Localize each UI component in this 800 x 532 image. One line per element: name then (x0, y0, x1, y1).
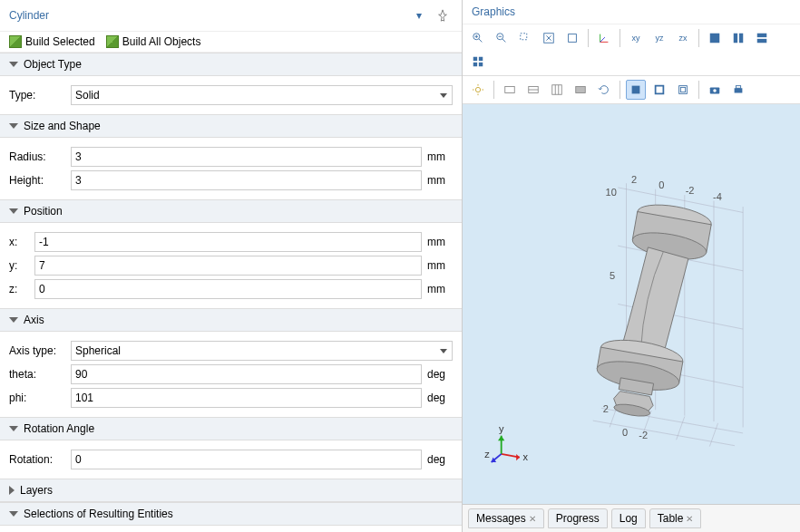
svg-rect-21 (479, 63, 483, 66)
section-size-shape[interactable]: Size and Shape (0, 114, 462, 138)
y-label: y: (9, 259, 29, 272)
svg-rect-7 (521, 34, 527, 40)
section-label: Object Type (24, 58, 82, 71)
zoom-in-icon[interactable] (468, 28, 488, 48)
section-label: Layers (20, 484, 53, 497)
svg-marker-67 (516, 454, 520, 460)
chevron-down-icon (9, 208, 18, 214)
svg-line-55 (677, 417, 685, 440)
build-selected-button[interactable]: Build Selected (9, 35, 95, 48)
view-zx-icon[interactable]: zx (673, 28, 693, 48)
section-selections[interactable]: Selections of Resulting Entities (0, 502, 462, 526)
zoom-selected-icon[interactable] (562, 28, 582, 48)
radius-input[interactable] (71, 147, 422, 167)
axis-y: y (499, 423, 504, 434)
z-input[interactable] (34, 279, 422, 299)
cube-icon (9, 35, 22, 48)
select-object-icon[interactable] (626, 80, 646, 100)
graphics-viewport[interactable]: 2 0 -2 -4 10 5 0 2 0 -2 (463, 104, 800, 504)
chevron-down-icon (9, 317, 18, 323)
close-icon[interactable]: ✕ (529, 514, 536, 524)
print-icon[interactable] (728, 80, 748, 100)
unit-deg: deg (427, 392, 453, 404)
window-1-icon[interactable] (705, 28, 725, 48)
toolbar-separator (698, 29, 699, 47)
unit-deg: deg (427, 453, 453, 466)
scene-light-icon[interactable] (468, 80, 488, 100)
svg-rect-20 (473, 63, 477, 66)
view-xy-icon[interactable]: xy (626, 28, 646, 48)
window-4-icon[interactable] (468, 52, 488, 72)
axis-triad-icon[interactable] (594, 28, 614, 48)
y-input[interactable] (34, 256, 422, 276)
section-position[interactable]: Position (0, 199, 462, 223)
tab-messages[interactable]: Messages✕ (468, 508, 544, 528)
refresh-icon[interactable] (594, 80, 614, 100)
height-input[interactable] (71, 170, 422, 190)
axis-z: z (484, 449, 490, 459)
rotation-input[interactable] (71, 450, 422, 469)
zoom-extents-icon[interactable] (539, 28, 559, 48)
hide-icon[interactable] (571, 80, 590, 100)
unit-mm: mm (427, 283, 453, 295)
section-label: Selections of Resulting Entities (24, 508, 173, 520)
view-yz-icon[interactable]: yz (649, 28, 669, 48)
theta-input[interactable] (71, 364, 422, 384)
svg-line-1 (479, 39, 483, 43)
graphics-toolbar-2 (463, 76, 800, 104)
tick: 0 (622, 427, 628, 438)
svg-line-51 (593, 421, 735, 446)
toolbar-separator (698, 81, 699, 99)
section-object-type[interactable]: Object Type (0, 53, 462, 76)
select-edge-icon[interactable] (673, 80, 693, 100)
toolbar-separator (588, 29, 589, 47)
transparency-icon[interactable] (500, 80, 520, 100)
x-input[interactable] (34, 232, 422, 252)
chevron-right-icon (9, 486, 15, 495)
zoom-box-icon[interactable] (515, 28, 535, 48)
rotation-label: Rotation: (9, 453, 65, 466)
unit-mm: mm (427, 174, 453, 187)
section-label: Size and Shape (24, 120, 101, 132)
type-select[interactable]: Solid (71, 85, 453, 105)
axis-type-select[interactable]: Spherical (71, 341, 453, 361)
window-2-icon[interactable] (728, 28, 748, 48)
select-boundary-icon[interactable] (649, 80, 669, 100)
section-axis[interactable]: Axis (0, 308, 462, 332)
height-label: Height: (9, 174, 65, 187)
section-layers[interactable]: Layers (0, 479, 462, 502)
section-rotation-angle[interactable]: Rotation Angle (0, 417, 462, 440)
svg-line-5 (502, 39, 506, 43)
bottom-tabs: Messages✕ Progress Log Table✕ (463, 504, 800, 532)
chevron-down-icon (9, 62, 18, 67)
tab-log[interactable]: Log (611, 508, 646, 528)
panel-pin-icon[interactable] (433, 5, 453, 25)
graphics-panel: Graphics xy yz zx (463, 0, 800, 532)
svg-rect-16 (757, 34, 767, 37)
svg-line-12 (600, 37, 605, 42)
camera-icon[interactable] (705, 80, 725, 100)
phi-input[interactable] (71, 388, 422, 408)
tab-progress[interactable]: Progress (548, 508, 608, 528)
toolbar-separator (620, 81, 620, 99)
tick: -2 (686, 185, 695, 196)
wireframe-icon[interactable] (523, 80, 543, 100)
tick: 2 (631, 174, 637, 185)
size-shape-form: Radius: mm Height: mm (0, 138, 462, 199)
tick: 0 (659, 179, 664, 190)
window-3-icon[interactable] (752, 28, 772, 48)
svg-rect-34 (632, 86, 640, 94)
build-all-button[interactable]: Build All Objects (106, 35, 201, 48)
svg-rect-27 (505, 87, 515, 93)
tick: 10 (606, 187, 617, 198)
chevron-down-icon (9, 426, 18, 431)
svg-rect-17 (757, 39, 767, 43)
zoom-out-icon[interactable] (492, 28, 512, 48)
tab-table[interactable]: Table✕ (649, 508, 702, 528)
axis-x: x (523, 451, 529, 462)
toolbar-separator (620, 29, 620, 47)
axis-type-label: Axis type: (9, 344, 65, 357)
grid-icon[interactable] (547, 80, 567, 100)
panel-menu-icon[interactable]: ▾ (409, 5, 429, 25)
close-icon[interactable]: ✕ (686, 514, 693, 524)
